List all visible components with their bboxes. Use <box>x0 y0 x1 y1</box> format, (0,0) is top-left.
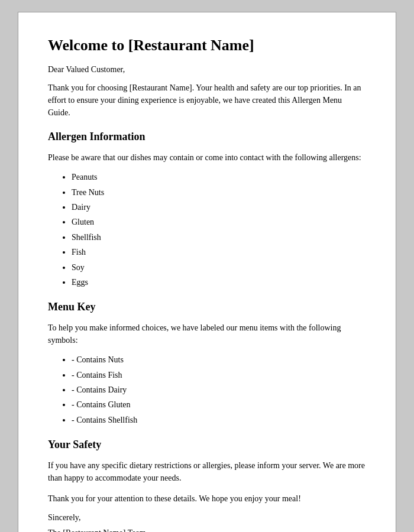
signature-text: The [Restaurant Name] Team <box>48 528 366 532</box>
page-container: Welcome to [Restaurant Name] Dear Valued… <box>18 12 396 532</box>
menu-key-description: To help you make informed choices, we ha… <box>48 322 366 346</box>
safety-title: Your Safety <box>48 439 366 451</box>
list-item: Gluten <box>72 216 366 229</box>
list-item: - Contains Gluten <box>72 398 366 411</box>
list-item: Soy <box>72 261 366 274</box>
allergen-description: Please be aware that our dishes may cont… <box>48 151 366 164</box>
list-item: - Contains Shellfish <box>72 414 366 427</box>
list-item: Peanuts <box>72 171 366 184</box>
list-item: - Contains Dairy <box>72 384 366 397</box>
list-item: - Contains Fish <box>72 369 366 382</box>
menu-key-list: - Contains Nuts - Contains Fish - Contai… <box>72 353 366 427</box>
list-item: Dairy <box>72 201 366 214</box>
closing-text: Sincerely, <box>48 513 366 523</box>
greeting-text: Dear Valued Customer, <box>48 65 366 74</box>
list-item: Tree Nuts <box>72 186 366 199</box>
safety-text-2: Thank you for your attention to these de… <box>48 492 366 505</box>
list-item: Shellfish <box>72 231 366 244</box>
safety-section: Your Safety If you have any specific die… <box>48 439 366 532</box>
allergen-list: Peanuts Tree Nuts Dairy Gluten Shellfish… <box>72 171 366 289</box>
menu-key-title: Menu Key <box>48 301 366 313</box>
page-title: Welcome to [Restaurant Name] <box>48 36 366 54</box>
list-item: - Contains Nuts <box>72 353 366 366</box>
list-item: Eggs <box>72 276 366 289</box>
allergen-section-title: Allergen Information <box>48 131 366 143</box>
intro-text: Thank you for choosing [Restaurant Name]… <box>48 82 366 119</box>
allergen-section: Allergen Information Please be aware tha… <box>48 131 366 289</box>
list-item: Fish <box>72 246 366 259</box>
menu-key-section: Menu Key To help you make informed choic… <box>48 301 366 427</box>
safety-text-1: If you have any specific dietary restric… <box>48 459 366 484</box>
